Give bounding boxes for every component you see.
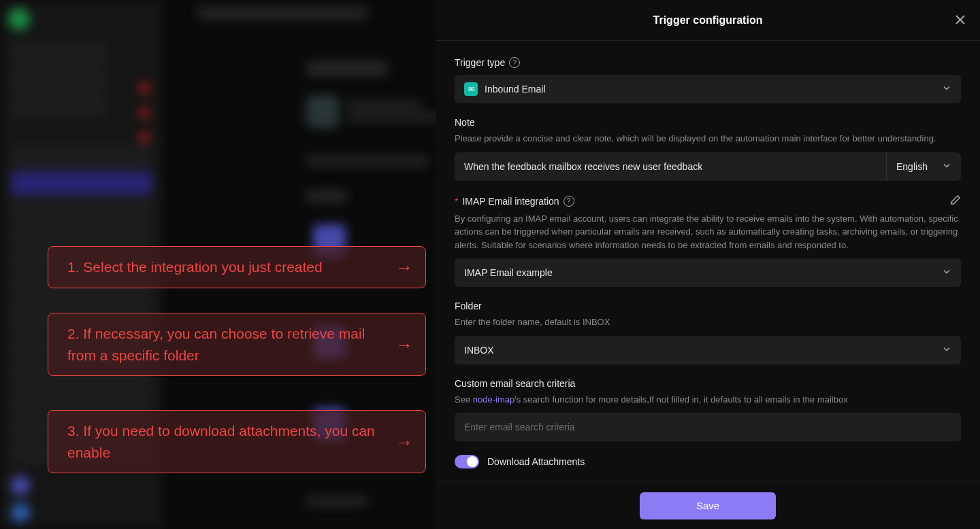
field-imap-integration: * IMAP Email integration ? By configurin… bbox=[455, 194, 961, 288]
trigger-type-select[interactable]: ✉ Inbound Email bbox=[455, 75, 961, 103]
note-language-value: English bbox=[896, 161, 928, 172]
callout-3-text: 3. If you need to download attachments, … bbox=[67, 423, 375, 460]
chevron-down-icon bbox=[942, 84, 951, 95]
edit-icon[interactable] bbox=[950, 194, 961, 208]
required-indicator: * bbox=[455, 196, 458, 207]
arrow-right-icon: → bbox=[395, 331, 413, 358]
imap-value: IMAP Email example bbox=[464, 267, 553, 278]
trigger-type-label: Trigger type bbox=[455, 57, 505, 68]
imap-integration-select[interactable]: IMAP Email example bbox=[455, 258, 961, 287]
save-button[interactable]: Save bbox=[640, 492, 776, 519]
note-help: Please provide a concise and clear note,… bbox=[455, 132, 961, 146]
arrow-right-icon: → bbox=[395, 254, 413, 280]
close-icon[interactable] bbox=[954, 14, 966, 29]
chevron-down-icon bbox=[942, 160, 951, 172]
imap-help: By configuring an IMAP email account, us… bbox=[455, 212, 961, 252]
field-search-criteria: Custom email search criteria See node-im… bbox=[455, 378, 961, 442]
folder-value: INBOX bbox=[464, 345, 494, 356]
callout-1: 1. Select the integration you just creat… bbox=[48, 246, 426, 288]
note-label: Note bbox=[455, 117, 475, 128]
trigger-type-value: Inbound Email bbox=[485, 84, 546, 95]
toggle-knob bbox=[467, 456, 478, 467]
search-label: Custom email search criteria bbox=[455, 378, 575, 389]
field-note: Note Please provide a concise and clear … bbox=[455, 117, 961, 181]
chevron-down-icon bbox=[942, 344, 951, 356]
callout-2-text: 2. If necessary, you can choose to retri… bbox=[67, 326, 365, 363]
imap-label: IMAP Email integration bbox=[462, 196, 559, 207]
help-icon[interactable]: ? bbox=[509, 57, 520, 68]
panel-header: Trigger configuration bbox=[436, 0, 980, 41]
field-trigger-type: Trigger type ? ✉ Inbound Email bbox=[455, 57, 961, 103]
field-download-attachments: Download Attachments bbox=[455, 455, 961, 468]
inbound-email-icon: ✉ bbox=[464, 82, 478, 96]
node-imap-link[interactable]: node-imap bbox=[473, 394, 514, 405]
panel-title: Trigger configuration bbox=[653, 14, 763, 27]
folder-label: Folder bbox=[455, 301, 482, 311]
folder-select[interactable]: INBOX bbox=[455, 336, 961, 364]
search-criteria-input[interactable] bbox=[455, 413, 961, 441]
arrow-right-icon: → bbox=[395, 428, 413, 455]
field-folder: Folder Enter the folder name, default is… bbox=[455, 301, 961, 364]
folder-help: Enter the folder name, default is INBOX bbox=[455, 315, 961, 329]
trigger-config-panel: Trigger configuration Trigger type ? ✉ I… bbox=[436, 0, 980, 529]
search-help: See node-imap's search function for more… bbox=[455, 393, 961, 407]
panel-footer: Save bbox=[436, 481, 980, 529]
download-attachments-toggle[interactable] bbox=[455, 455, 479, 468]
callout-3: 3. If you need to download attachments, … bbox=[48, 410, 426, 473]
note-language-select[interactable]: English bbox=[886, 152, 961, 181]
help-icon[interactable]: ? bbox=[564, 196, 574, 207]
note-input[interactable] bbox=[455, 152, 886, 181]
download-attachments-label: Download Attachments bbox=[487, 456, 585, 467]
chevron-down-icon bbox=[942, 267, 951, 279]
callout-2: 2. If necessary, you can choose to retri… bbox=[48, 313, 426, 376]
panel-body: Trigger type ? ✉ Inbound Email Note Plea… bbox=[436, 41, 980, 481]
callout-1-text: 1. Select the integration you just creat… bbox=[67, 259, 323, 275]
